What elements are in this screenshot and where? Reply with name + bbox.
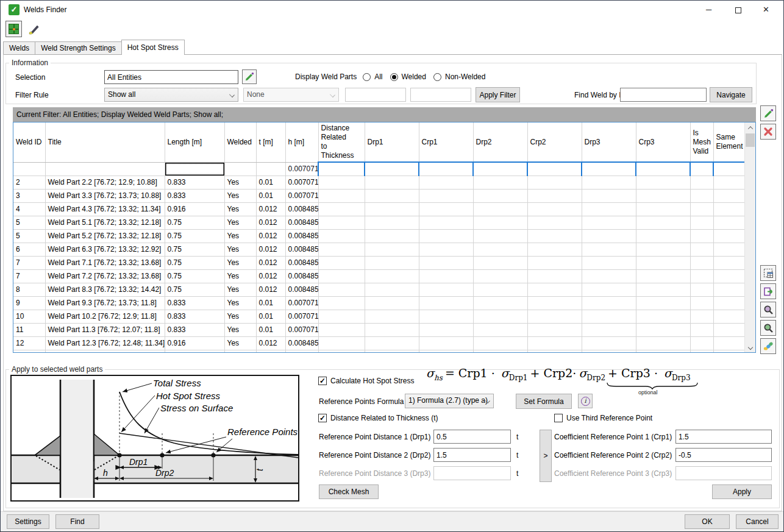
table-cell[interactable]: [527, 310, 582, 323]
table-cell[interactable]: [527, 216, 582, 229]
column-header[interactable]: Weld ID: [13, 122, 45, 162]
table-cell[interactable]: Weld Part 4.3 [76.72; 13.32; 11.34]: [45, 202, 165, 216]
table-cell[interactable]: [365, 202, 419, 216]
table-cell[interactable]: [527, 162, 582, 176]
table-cell[interactable]: [690, 216, 713, 229]
table-cell[interactable]: 0.012: [256, 269, 285, 283]
calc-hot-spot-checkbox[interactable]: ✓: [318, 377, 327, 385]
table-cell[interactable]: [419, 350, 473, 353]
table-cell[interactable]: 2: [13, 176, 45, 189]
table-cell[interactable]: [582, 350, 636, 353]
column-header[interactable]: Drp3: [582, 122, 636, 162]
table-cell[interactable]: [713, 350, 744, 353]
table-cell[interactable]: 0.008485: [285, 350, 318, 353]
table-cell[interactable]: Weld Part 5.1 [76.72; 13.32; 12.18]: [45, 216, 165, 229]
table-cell[interactable]: Weld Part 7.2 [76.72; 13.32; 13.68]: [45, 269, 165, 283]
table-cell[interactable]: [713, 243, 744, 256]
table-cell[interactable]: Weld Part 6.3 [76.72; 13.32; 12.92]: [45, 243, 165, 256]
filter-value-2-input[interactable]: [410, 88, 471, 102]
table-cell[interactable]: [318, 202, 365, 216]
table-cell[interactable]: Yes: [224, 189, 256, 202]
table-cell[interactable]: [419, 189, 473, 202]
table-cell[interactable]: Weld Part 3.3 [76.72; 13.73; 10.88]: [45, 189, 165, 202]
table-cell[interactable]: 0.012: [256, 216, 285, 229]
table-cell[interactable]: 0.01: [256, 310, 285, 323]
transfer-values-button[interactable]: >: [540, 430, 552, 482]
table-row[interactable]: 5Weld Part 5.2 [76.72; 13.32; 12.18]0.75…: [13, 229, 744, 243]
table-cell[interactable]: 0.75: [165, 350, 224, 353]
table-cell[interactable]: [636, 243, 690, 256]
table-cell[interactable]: 0.007071: [285, 162, 318, 176]
navigate-button[interactable]: Navigate: [710, 87, 752, 102]
table-cell[interactable]: [473, 323, 527, 336]
radio-non-welded[interactable]: [433, 73, 441, 81]
table-cell[interactable]: 0.012: [256, 336, 285, 350]
table-cell[interactable]: 6: [13, 243, 45, 256]
table-cell[interactable]: Yes: [224, 176, 256, 189]
table-cell[interactable]: [527, 189, 582, 202]
table-cell[interactable]: 7: [13, 269, 45, 283]
table-cell[interactable]: [527, 283, 582, 296]
table-cell[interactable]: [582, 283, 636, 296]
column-header[interactable]: Length [m]: [165, 122, 224, 162]
table-cell[interactable]: [636, 310, 690, 323]
table-cell[interactable]: 4: [13, 202, 45, 216]
table-cell[interactable]: 0.916: [165, 202, 224, 216]
table-cell[interactable]: Weld Part 1.3 [76.72; 12.07; 10.88]: [45, 162, 165, 176]
table-cell[interactable]: 0.75: [165, 216, 224, 229]
select-cells-button[interactable]: [760, 265, 776, 281]
table-cell[interactable]: [318, 189, 365, 202]
minimize-button[interactable]: ─: [695, 1, 722, 19]
table-cell[interactable]: Weld Part 5.2 [76.72; 13.32; 12.18]: [45, 229, 165, 243]
table-cell[interactable]: 0.833: [165, 176, 224, 189]
column-header[interactable]: Crp2: [527, 122, 582, 162]
table-cell[interactable]: [365, 176, 419, 189]
drp1-input[interactable]: [433, 430, 511, 444]
table-cell[interactable]: [527, 176, 582, 189]
tab-hot-spot-stress[interactable]: Hot Spot Stress: [121, 40, 185, 55]
column-header[interactable]: t [m]: [256, 122, 285, 162]
filter-value-1-input[interactable]: [345, 88, 406, 102]
table-cell[interactable]: [636, 256, 690, 269]
table-cell[interactable]: [318, 216, 365, 229]
table-cell[interactable]: [713, 256, 744, 269]
table-cell[interactable]: 5: [13, 229, 45, 243]
table-cell[interactable]: [473, 256, 527, 269]
table-cell[interactable]: [473, 216, 527, 229]
table-cell[interactable]: Yes: [224, 269, 256, 283]
table-cell[interactable]: Weld Part 7.1 [76.72; 13.32; 13.68]: [45, 256, 165, 269]
table-cell[interactable]: [473, 243, 527, 256]
column-header[interactable]: Crp1: [419, 122, 473, 162]
table-cell[interactable]: 0.75: [165, 243, 224, 256]
table-cell[interactable]: [636, 296, 690, 310]
table-cell[interactable]: [318, 323, 365, 336]
vertical-scrollbar[interactable]: [744, 122, 755, 352]
drp3-input[interactable]: [433, 466, 511, 480]
table-row[interactable]: 4Weld Part 4.3 [76.72; 13.32; 11.34]0.91…: [13, 202, 744, 216]
table-cell[interactable]: [713, 162, 744, 176]
table-cell[interactable]: [365, 229, 419, 243]
table-row[interactable]: 6Weld Part 6.3 [76.72; 13.32; 12.92]0.75…: [13, 243, 744, 256]
table-cell[interactable]: Weld Part 9.3 [76.72; 13.73; 11.8]: [45, 296, 165, 310]
table-cell[interactable]: [473, 283, 527, 296]
table-row[interactable]: 3Weld Part 3.3 [76.72; 13.73; 10.88]0.83…: [13, 189, 744, 202]
radio-all[interactable]: [363, 73, 371, 81]
table-cell[interactable]: Weld Part 2.2 [76.72; 12.9; 10.88]: [45, 176, 165, 189]
table-cell[interactable]: [365, 350, 419, 353]
table-cell[interactable]: 0.833: [165, 296, 224, 310]
table-cell[interactable]: Yes: [224, 243, 256, 256]
table-cell[interactable]: [690, 336, 713, 350]
table-cell[interactable]: 0.007071: [285, 296, 318, 310]
table-cell[interactable]: [582, 336, 636, 350]
table-cell[interactable]: 0.01: [256, 296, 285, 310]
table-cell[interactable]: [473, 162, 527, 176]
table-cell[interactable]: 5: [13, 216, 45, 229]
table-cell[interactable]: [527, 243, 582, 256]
table-cell[interactable]: Yes: [224, 216, 256, 229]
table-cell[interactable]: 7: [13, 256, 45, 269]
check-mesh-button[interactable]: Check Mesh: [319, 484, 379, 499]
table-cell[interactable]: [527, 336, 582, 350]
edit-selection-button[interactable]: [242, 69, 257, 84]
table-cell[interactable]: [582, 296, 636, 310]
table-cell[interactable]: [419, 269, 473, 283]
